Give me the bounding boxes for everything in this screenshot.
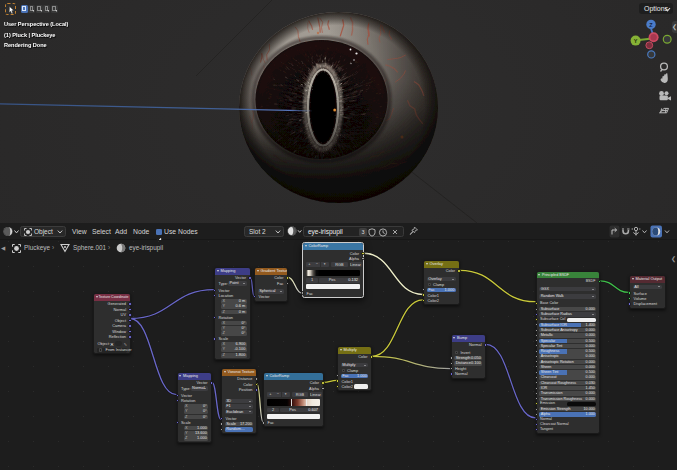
svg-text:Y: Y bbox=[634, 38, 638, 44]
